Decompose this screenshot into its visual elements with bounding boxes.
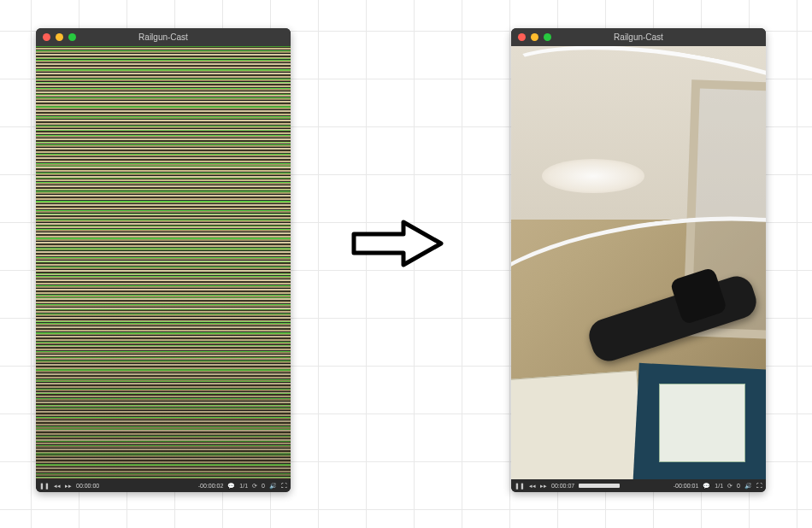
video-area-corrupted bbox=[36, 46, 291, 479]
elapsed-time: 00:00:07 bbox=[551, 483, 574, 489]
volume-icon[interactable]: 🔊 bbox=[744, 483, 752, 490]
player-window-left: Railgun-Cast ❚❚ ◂◂ ▸▸ 00:00:00 -00:00:02… bbox=[36, 28, 291, 492]
prev-button[interactable]: ◂◂ bbox=[54, 483, 61, 490]
chat-icon[interactable]: 💬 bbox=[703, 483, 710, 490]
close-icon[interactable] bbox=[518, 33, 526, 41]
next-button[interactable]: ▸▸ bbox=[540, 483, 547, 490]
pause-button[interactable]: ❚❚ bbox=[515, 483, 525, 490]
chapter-indicator: 1/1 bbox=[715, 483, 723, 489]
pause-button[interactable]: ❚❚ bbox=[39, 483, 50, 490]
progress-bar[interactable] bbox=[579, 484, 620, 488]
prev-button[interactable]: ◂◂ bbox=[529, 483, 536, 490]
loop-icon[interactable]: ⟳ bbox=[252, 483, 257, 490]
loop-icon[interactable]: ⟳ bbox=[727, 483, 733, 490]
zoom-icon[interactable] bbox=[68, 33, 76, 41]
next-button[interactable]: ▸▸ bbox=[65, 483, 72, 490]
chapter-indicator: 1/1 bbox=[239, 483, 248, 489]
volume-icon[interactable]: 🔊 bbox=[269, 483, 277, 490]
zoom-icon[interactable] bbox=[544, 33, 551, 41]
titlebar[interactable]: Railgun-Cast bbox=[511, 28, 766, 46]
minimize-icon[interactable] bbox=[56, 33, 63, 41]
fullscreen-icon[interactable]: ⛶ bbox=[281, 483, 287, 489]
arrow-icon bbox=[350, 215, 446, 272]
control-bar: ❚❚ ◂◂ ▸▸ 00:00:00 -00:00:02 💬 1/1 ⟳ 0 🔊 … bbox=[36, 479, 291, 492]
video-area-normal bbox=[511, 46, 766, 479]
titlebar[interactable]: Railgun-Cast bbox=[36, 28, 291, 46]
subtitle-icon[interactable]: 0 bbox=[262, 483, 265, 489]
subtitle-icon[interactable]: 0 bbox=[737, 483, 740, 489]
control-bar: ❚❚ ◂◂ ▸▸ 00:00:07 -00:00:01 💬 1/1 ⟳ 0 🔊 … bbox=[511, 479, 766, 492]
minimize-icon[interactable] bbox=[531, 33, 538, 41]
chat-icon[interactable]: 💬 bbox=[227, 483, 235, 490]
close-icon[interactable] bbox=[43, 33, 50, 41]
remaining-time: -00:00:01 bbox=[674, 483, 699, 489]
elapsed-time: 00:00:00 bbox=[76, 483, 99, 489]
fullscreen-icon[interactable]: ⛶ bbox=[756, 483, 762, 489]
remaining-time: -00:00:02 bbox=[198, 483, 224, 489]
player-window-right: Railgun-Cast ❚❚ ◂◂ ▸▸ 00:00:07 -00:00:01… bbox=[511, 28, 766, 492]
